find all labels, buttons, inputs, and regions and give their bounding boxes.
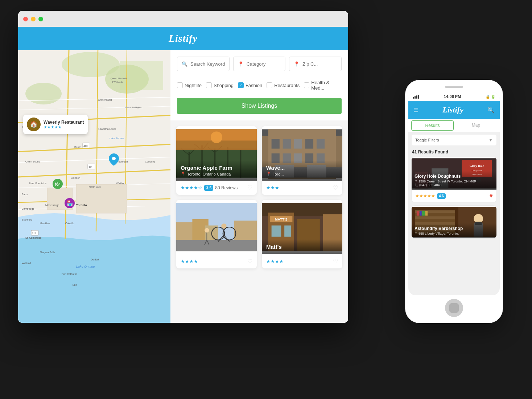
listing-overlay-2: Wave... 📍 Toro... [262,160,342,181]
svg-rect-113 [284,226,291,237]
map-pin-purple[interactable]: 🏪 [65,198,75,208]
phone-tabs-container: Results Map [408,119,500,132]
signal-bar-2 [415,96,416,99]
svg-point-97 [221,223,226,229]
listings-grid: Organic Apple Farm 📍 Toronto, Ontario Ca… [170,120,348,274]
phone-stars-1: ★★★★★ [415,193,435,198]
listing-location-1: 📍 Toronto, Ontario Canada [181,172,252,176]
listing-location-2: 📍 Toro... [266,172,338,176]
nightlife-checkbox[interactable] [177,82,183,88]
search-icon-phone[interactable]: 🔍 [487,107,495,114]
keyword-input[interactable] [190,61,225,67]
toggle-filters-row[interactable]: Toggle Filters ▼ [411,134,497,146]
listing-title-4: Matt's [266,244,338,250]
listing-rating-1: ★★★★☆ 3.5 80 Reviews [181,185,238,191]
phone-rating-badge-1: 4.6 [437,193,446,199]
map-popup: 🏠 Waverly Restaurant ★★★★★ [23,115,88,134]
svg-rect-132 [422,211,425,216]
chip-health[interactable]: Health & Med... [304,80,342,91]
health-label: Health & Med... [311,80,342,91]
phone-listing-1[interactable]: Glory Hole Doughnuts TORONTO Glory Hole … [411,157,497,202]
svg-point-2 [62,52,120,77]
stars-3: ★★★★ [181,259,198,264]
svg-point-70 [211,132,222,143]
svg-text:Cobourg: Cobourg [145,160,155,163]
listing-img-3 [176,200,257,254]
tab-results[interactable]: Results [411,120,454,131]
svg-text:12: 12 [88,165,92,169]
filter-chips: Nightlife Shopping ✓ Fashion Restaurants [177,76,342,94]
popup-avatar: 🏠 [27,118,41,131]
tab-map[interactable]: Map [455,120,497,131]
phone-listing-addr-2: 555 Liberty Village, Toronto, [418,232,459,235]
svg-rect-78 [317,139,325,149]
shopping-checkbox[interactable] [206,82,212,88]
map-section: Meaford Barrie Gravenhurst Owen Sound Bl… [18,50,170,323]
chip-restaurants[interactable]: Restaurants [267,80,300,91]
map-pin-green[interactable]: 🍽 [53,179,63,189]
maximize-button[interactable] [38,17,43,21]
search-icon: 🔍 [182,61,187,67]
listing-img-2: Wave... 📍 Toro... [262,126,342,181]
phone-wrapper: 14:06 PM 🔒 🔋 ☰ Listify 🔍 Results Map Tog… [405,80,503,323]
svg-text:Kawartha Highla...: Kawartha Highla... [125,106,143,108]
listing-card-1[interactable]: Organic Apple Farm 📍 Toronto, Ontario Ca… [176,126,257,195]
listing-footer-1: ★★★★☆ 3.5 80 Reviews ♡ [176,181,257,195]
heart-icon-4[interactable]: ♡ [333,258,338,265]
heart-icon-3[interactable]: ♡ [247,258,252,265]
svg-text:St. Catharines: St. Catharines [25,236,42,239]
phone-heart-1[interactable]: ♥ [490,193,493,199]
listing-card-3[interactable]: ★★★★ ♡ [176,200,257,268]
show-listings-button[interactable]: Show Listings [177,98,342,114]
battery-indicator: 🔒 🔋 [486,95,495,99]
nightlife-label: Nightlife [185,83,202,88]
popup-info: Waverly Restaurant ★★★★★ [44,120,84,129]
close-button[interactable] [23,17,28,21]
app-header: Listify [18,27,348,50]
chip-fashion[interactable]: ✓ Fashion [238,80,262,91]
listing-footer-2: ★★★ ♡ [262,181,342,195]
keyword-input-box[interactable]: 🔍 [177,57,230,71]
minimize-button[interactable] [31,17,36,21]
stars-4: ★★★★ [266,259,284,264]
svg-text:Welland: Welland [22,262,31,264]
chip-shopping[interactable]: Shopping [206,80,234,91]
phone-home-button[interactable] [445,299,463,317]
listing-title-2: Wave... [266,165,338,171]
phone-listing-title-1: Glory Hole Doughnuts [415,174,494,179]
menu-icon[interactable]: ☰ [413,107,418,114]
svg-rect-76 [294,139,302,149]
phone-listing-addr-1: 1596 Queen Street W Toronto, ON M6R [418,180,476,183]
restaurants-checkbox[interactable] [267,82,272,88]
phone-listing-img-2: Astoundify Barbershop ⏱ 555 Liberty Vill… [412,206,496,238]
map-pin-blue[interactable] [109,153,119,167]
svg-point-101 [205,228,209,233]
zip-input-box[interactable]: 📍 [289,57,342,71]
svg-text:Erie: Erie [73,284,77,286]
svg-text:Caledon: Caledon [71,177,80,179]
category-input[interactable] [247,61,281,67]
svg-point-4 [25,83,62,104]
svg-text:Port Colborne: Port Colborne [62,273,77,275]
zip-input[interactable] [302,61,337,67]
phone-time: 14:06 PM [444,94,461,99]
listing-card-2[interactable]: Wave... 📍 Toro... ★★★ ♡ [262,126,342,195]
results-count: 41 Results Found [408,148,500,157]
heart-icon-1[interactable]: ♡ [247,184,252,191]
category-input-box[interactable]: 📍 [233,57,286,71]
location-icon: 📍 [238,61,244,67]
heart-icon-2[interactable]: ♡ [333,184,338,191]
phone-listing-2[interactable]: Astoundify Barbershop ⏱ 555 Liberty Vill… [411,205,497,239]
listing-title-1: Organic Apple Farm [181,165,252,171]
svg-rect-17 [76,184,127,213]
browser-titlebar [18,11,348,27]
chip-nightlife[interactable]: Nightlife [177,80,202,91]
phone-listing-phone-1: (647) 352-4848 [419,183,442,187]
review-count-1: 80 Reviews [215,185,238,190]
listing-card-4[interactable]: MATT'S Matt's ★★★★ ♡ [262,200,342,268]
fashion-checkbox[interactable]: ✓ [238,82,244,88]
stars-2: ★★★ [266,185,279,190]
health-checkbox[interactable] [304,82,309,88]
svg-text:II Wildlands: II Wildlands [112,81,123,83]
address-icon-1: ⏱ [415,180,417,183]
